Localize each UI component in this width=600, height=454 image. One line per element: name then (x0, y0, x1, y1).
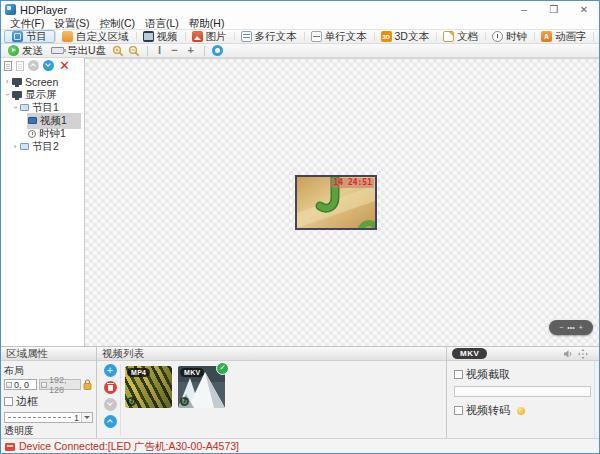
paste-icon[interactable] (16, 61, 24, 71)
menubar: 文件(F) 设置(S) 控制(C) 语言(L) 帮助(H) (1, 18, 599, 29)
program-tree: › Screen › 显示屏 › 节目1 视频1 时钟1 (1, 73, 84, 346)
tree-item-program2[interactable]: › 节目2 (1, 140, 84, 153)
display-icon (12, 91, 22, 98)
border-checkbox[interactable] (4, 397, 13, 406)
dash-pattern-icon (8, 417, 71, 418)
list-divider (120, 364, 121, 436)
collapsed-expander-icon[interactable]: › (11, 142, 19, 151)
copy-icon[interactable] (4, 61, 12, 71)
video-item-mp4[interactable]: MP4 ↻ (125, 366, 172, 408)
maximize-button[interactable]: ❒ (539, 1, 569, 18)
settings-ring-icon[interactable] (212, 45, 223, 56)
statusbar: Device Connected:[LED 广告机:A30-00-A4573] (1, 438, 600, 454)
video-item-mkv[interactable]: MKV ↻ ✓ (178, 366, 225, 408)
canvas-zoom-control[interactable]: − ••• + (549, 320, 593, 335)
menu-help[interactable]: 帮助(H) (184, 17, 230, 31)
video-preview-region[interactable]: 14 24:51 (295, 175, 377, 230)
move-down-tree-icon[interactable] (43, 60, 54, 71)
tab-timer[interactable]: 计时 (593, 30, 600, 43)
clock-overlay: 14 24:51 (331, 178, 374, 188)
lock-icon[interactable] (83, 379, 92, 390)
tab-3d-text[interactable]: 3D文本 (374, 30, 436, 43)
video-crop-input[interactable] (454, 386, 591, 397)
border-label: 边框 (16, 394, 38, 409)
speaker-icon[interactable] (563, 349, 573, 359)
video-crop-checkbox[interactable] (454, 370, 463, 379)
multiline-text-icon (241, 31, 252, 42)
position-input[interactable]: 0, 0 (4, 379, 37, 390)
shrink-icon[interactable]: − (168, 45, 180, 56)
tab-animated-text[interactable]: 动画字 (534, 30, 594, 43)
tab-multiline-text[interactable]: 多行文本 (234, 30, 304, 43)
menu-control[interactable]: 控制(C) (94, 17, 140, 31)
menu-language[interactable]: 语言(L) (140, 17, 184, 31)
move-up-button[interactable] (104, 415, 117, 428)
text-cursor-icon[interactable]: I (155, 45, 164, 56)
loop-icon: ↻ (180, 397, 189, 406)
toolbar-separator (147, 46, 148, 56)
custom-area-icon (62, 31, 73, 42)
action-toolbar: 发送 导出U盘 I − + (1, 44, 599, 58)
program-node-icon (20, 143, 29, 150)
border-style-dropdown[interactable]: 1 (4, 412, 93, 423)
expanded-expander-icon[interactable]: › (3, 91, 12, 99)
send-button[interactable]: 发送 (6, 44, 45, 58)
clock-icon (492, 31, 503, 42)
document-icon (443, 31, 454, 42)
move-down-button[interactable] (104, 398, 117, 411)
format-badge: MP4 (127, 368, 150, 377)
tab-image[interactable]: 图片 (185, 30, 234, 43)
delete-video-button[interactable] (104, 381, 117, 394)
tree-toolbar: ✕ (1, 58, 84, 73)
video-crop-label: 视频截取 (466, 367, 510, 382)
content-type-toolbar: 节目 自定义区域 视频 图片 多行文本 单行文本 3D文本 文档 时钟 动画字 … (1, 29, 599, 44)
tab-singleline-text[interactable]: 单行文本 (304, 30, 374, 43)
trash-icon (108, 385, 113, 391)
animated-text-icon (541, 31, 552, 42)
video-detail-panel: MKV 视频截取 视频转码 (447, 347, 600, 438)
move-icon[interactable] (578, 349, 588, 359)
delete-node-icon[interactable]: ✕ (59, 59, 70, 72)
region-properties-header: 区域属性 (1, 347, 96, 361)
zoom-plus-icon[interactable]: + (579, 324, 583, 331)
position-icon (6, 382, 12, 388)
tab-document[interactable]: 文档 (436, 30, 485, 43)
app-icon (5, 4, 16, 15)
singleline-text-icon (311, 31, 322, 42)
zoom-out-icon[interactable] (128, 45, 140, 57)
video-transcode-label: 视频转码 (466, 403, 510, 418)
video-list-panel: 视频列表 + MP4 ↻ (97, 347, 447, 438)
hdplayer-window: HDPlayer – ❒ ✕ 文件(F) 设置(S) 控制(C) 语言(L) 帮… (0, 0, 600, 454)
send-icon (8, 45, 19, 56)
window-controls: – ❒ ✕ (509, 1, 599, 18)
format-badge: MKV (180, 368, 204, 377)
menu-file[interactable]: 文件(F) (5, 17, 49, 31)
export-usb-button[interactable]: 导出U盘 (49, 44, 108, 58)
video-transcode-checkbox[interactable] (454, 406, 463, 415)
device-icon (5, 443, 15, 451)
dropdown-arrow-icon[interactable] (81, 413, 92, 422)
hint-icon (517, 407, 525, 415)
minimize-button[interactable]: – (509, 1, 539, 18)
stretch-icon[interactable]: + (185, 45, 197, 56)
design-canvas[interactable]: 14 24:51 − ••• + (85, 58, 600, 346)
video-list-buttons: + (101, 364, 119, 436)
tab-custom-area[interactable]: 自定义区域 (55, 30, 136, 43)
close-button[interactable]: ✕ (569, 1, 599, 18)
export-usb-icon (51, 47, 64, 54)
zoom-minus-icon[interactable]: − (559, 324, 563, 331)
3d-text-icon (381, 31, 392, 42)
menu-settings[interactable]: 设置(S) (49, 17, 94, 31)
zoom-in-icon[interactable] (112, 45, 124, 57)
video-list-header: 视频列表 (97, 347, 446, 361)
expanded-expander-icon[interactable]: › (11, 104, 20, 112)
tab-video[interactable]: 视频 (136, 30, 185, 43)
tab-clock[interactable]: 时钟 (485, 30, 534, 43)
panel-scrollbar[interactable] (594, 361, 600, 438)
move-up-tree-icon[interactable] (28, 60, 39, 71)
add-video-button[interactable]: + (104, 364, 117, 377)
program-node-icon (20, 104, 29, 111)
tab-program[interactable]: 节目 (4, 30, 55, 43)
collapsed-expander-icon[interactable]: › (3, 77, 11, 86)
size-icon (41, 382, 47, 388)
